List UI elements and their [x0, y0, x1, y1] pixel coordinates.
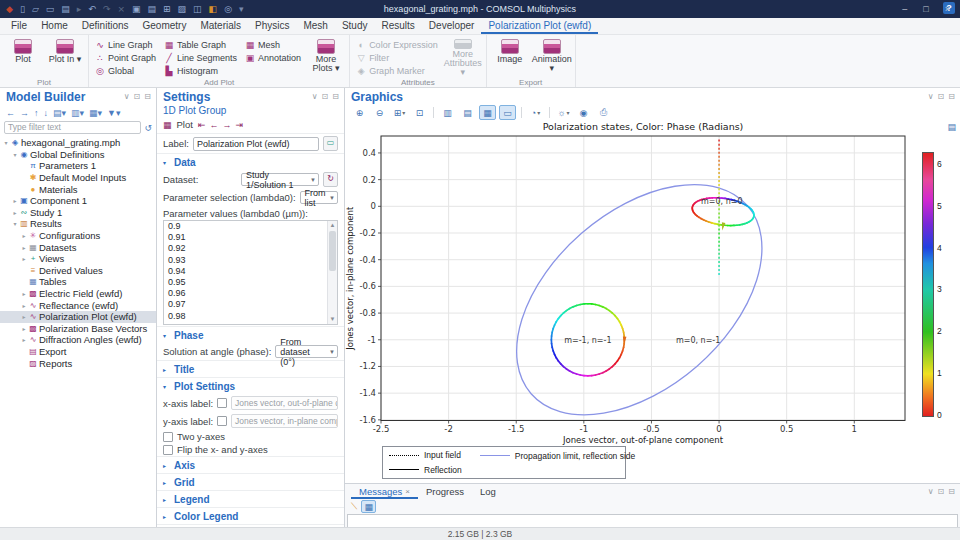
zoom-in-icon[interactable]: ⊕ — [351, 105, 368, 120]
print-icon[interactable]: ⎙ — [595, 105, 612, 120]
chevron-down-icon[interactable]: ▾ — [2, 139, 10, 146]
ribbon-button-point-graph[interactable]: ∴Point Graph — [93, 52, 158, 64]
parameter-value[interactable]: 0.98 — [164, 311, 337, 322]
dataset-select[interactable]: Study 1/Solution 1▼ — [241, 173, 319, 186]
parameter-values-list[interactable]: 0.90.910.920.930.940.950.960.970.98 ▲ ▼ — [163, 220, 338, 325]
cut-icon[interactable]: ⨯ — [117, 0, 125, 18]
plot-button[interactable]: Plot — [177, 119, 193, 130]
parameter-value[interactable]: 0.93 — [164, 255, 337, 266]
chevron-right-icon[interactable]: ▸ — [11, 209, 19, 216]
section-legend[interactable]: ▸Legend — [157, 490, 344, 507]
menu-item-home[interactable]: Home — [34, 18, 75, 34]
float-icon[interactable]: ⊡ — [322, 90, 329, 104]
zoom-extents-icon[interactable]: ⊡ — [411, 105, 428, 120]
tree-item[interactable]: ▸✳Configurations — [0, 230, 156, 242]
parameter-value[interactable]: 0.91 — [164, 232, 337, 243]
parameter-value[interactable]: 0.95 — [164, 277, 337, 288]
section-color-legend[interactable]: ▸Color Legend — [157, 507, 344, 524]
delete-icon[interactable]: ▨ — [178, 0, 187, 18]
maximize-icon[interactable]: □ — [923, 0, 928, 18]
dock-icon[interactable]: ⊟ — [332, 90, 339, 104]
filter-input[interactable]: Type filter text — [4, 121, 141, 134]
chevron-right-icon[interactable]: ▸ — [20, 302, 28, 309]
paste-icon[interactable]: ▤ — [148, 0, 157, 18]
tree-item[interactable]: ≡Derived Values — [0, 265, 156, 277]
back-icon[interactable]: ← — [6, 108, 15, 118]
section-axis[interactable]: ▸Axis — [157, 456, 344, 473]
ribbon-button-plot-in[interactable]: Plot In ▾ — [46, 37, 84, 77]
ribbon-button-animation[interactable]: Animation ▾ — [533, 37, 571, 77]
tree-item[interactable]: ✱Default Model Inputs — [0, 172, 156, 184]
parameter-value[interactable]: 0.96 — [164, 288, 337, 299]
menu-item-definitions[interactable]: Definitions — [75, 18, 136, 34]
ribbon-button-table-graph[interactable]: ▦Table Graph — [162, 39, 239, 51]
ribbon-button-plot[interactable]: Plot — [4, 37, 42, 77]
compare-icon[interactable]: ◧ — [209, 0, 218, 18]
redo-icon[interactable]: ↷ — [103, 0, 111, 18]
snapshot-icon[interactable]: ◉ — [575, 105, 592, 120]
tab-log[interactable]: Log — [472, 485, 504, 499]
app-icon[interactable]: ◆ — [6, 0, 13, 18]
tree-item[interactable]: ▸▩Electric Field (ewfd) — [0, 288, 156, 300]
tree-item[interactable]: ▸∾Study 1 — [0, 207, 156, 219]
model-manager-icon[interactable]: ◫ — [193, 0, 202, 18]
x-axis-label-checkbox[interactable] — [217, 398, 227, 408]
dock-icon[interactable]: ⊟ — [948, 485, 955, 499]
menu-item-mesh[interactable]: Mesh — [296, 18, 334, 34]
chevron-right-icon[interactable]: ▸ — [20, 232, 28, 239]
scroll-down-icon[interactable]: ▼ — [328, 315, 337, 324]
parameter-value[interactable]: 0.94 — [164, 266, 337, 277]
parameter-value[interactable]: 0.9 — [164, 221, 337, 232]
tab-polarization-plot[interactable]: Polarization Plot (ewfd) — [481, 18, 598, 34]
tree-item[interactable]: ▸∿Diffraction Angles (ewfd) — [0, 334, 156, 346]
parameter-value[interactable]: 0.92 — [164, 243, 337, 254]
tree-item[interactable]: ▤Export — [0, 346, 156, 358]
float-icon[interactable]: ⊡ — [938, 90, 945, 104]
chevron-down-icon[interactable]: ▾ — [11, 151, 19, 158]
tree-item[interactable]: ▸+Views — [0, 253, 156, 265]
chevron-right-icon[interactable]: ▸ — [20, 255, 28, 262]
section-data[interactable]: ▾ Data — [157, 153, 344, 170]
menu-item-geometry[interactable]: Geometry — [136, 18, 194, 34]
ribbon-button-annotation[interactable]: ▣Annotation — [243, 52, 303, 64]
section-plot-settings[interactable]: ▾ Plot Settings — [157, 377, 344, 394]
dataset-refresh-icon[interactable]: ↻ — [323, 172, 338, 187]
section-grid[interactable]: ▸Grid — [157, 473, 344, 490]
tree-item[interactable]: ●Materials — [0, 183, 156, 195]
scroll-thumb[interactable] — [329, 231, 336, 271]
chevron-right-icon[interactable]: ▸ — [20, 336, 28, 343]
zoom-box-icon[interactable]: ⊞▾ — [391, 105, 408, 120]
customize-icon[interactable]: ▾ — [239, 0, 244, 18]
chevron-right-icon[interactable]: ▸ — [11, 197, 19, 204]
tree-item[interactable]: πParameters 1 — [0, 160, 156, 172]
menu-item-physics[interactable]: Physics — [248, 18, 296, 34]
parameter-value[interactable]: 0.97 — [164, 299, 337, 310]
search-icon[interactable]: ◎ — [224, 0, 232, 18]
ribbon-button-histogram[interactable]: ▙Histogram — [162, 65, 239, 77]
table-icon[interactable]: ▦ — [361, 500, 376, 513]
undo-icon[interactable]: ↶ — [88, 0, 96, 18]
up-icon[interactable]: ↑ — [34, 108, 39, 118]
axes-icon[interactable]: ▦ — [479, 105, 496, 120]
new-file-icon[interactable]: ▯ — [20, 0, 25, 18]
minimize-icon[interactable]: – — [902, 0, 907, 18]
y-axis-label-checkbox[interactable] — [217, 416, 227, 426]
float-icon[interactable]: ⊡ — [134, 90, 141, 104]
ribbon-button-more-plots[interactable]: More Plots ▾ — [307, 37, 345, 77]
plot-canvas[interactable]: -2.5-2-1.5-1-0.500.510.40.20-0.2-0.4-0.6… — [345, 120, 960, 483]
down-icon[interactable]: ↓ — [44, 108, 49, 118]
x-axis-label-input[interactable]: Jones vector, out-of-plane component — [231, 396, 338, 410]
ribbon-button-line-segments[interactable]: ╱Line Segments — [162, 52, 239, 64]
ribbon-button-line-graph[interactable]: ∿Line Graph — [93, 39, 158, 51]
forward-icon[interactable]: → — [20, 108, 29, 118]
tree-item[interactable]: ▸▦Datasets — [0, 241, 156, 253]
float-icon[interactable]: ⊡ — [938, 485, 945, 499]
menu-item-study[interactable]: Study — [335, 18, 375, 34]
chevron-right-icon[interactable]: ▸ — [20, 325, 28, 332]
menu-item-materials[interactable]: Materials — [193, 18, 248, 34]
label-input[interactable]: Polarization Plot (ewfd) — [193, 137, 319, 151]
label-side-icon[interactable]: ▭ — [323, 136, 338, 151]
list-scrollbar[interactable]: ▲ ▼ — [327, 221, 337, 324]
group-icon[interactable]: ▦▾ — [89, 108, 102, 118]
copy-icon[interactable]: ▣ — [132, 0, 141, 18]
